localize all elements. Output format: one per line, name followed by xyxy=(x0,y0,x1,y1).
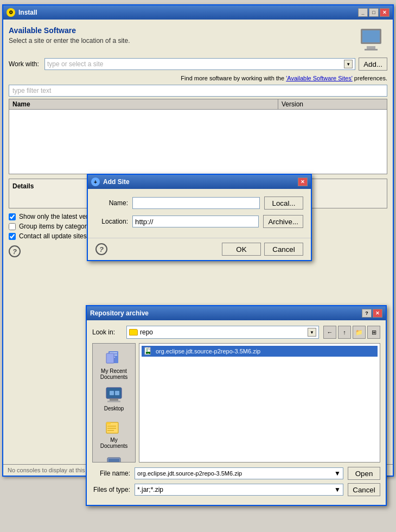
install-title-bar: ⚙ Install _ □ ✕ xyxy=(3,5,393,20)
svg-rect-15 xyxy=(107,430,114,431)
svg-rect-12 xyxy=(106,422,111,425)
look-in-value: repo xyxy=(140,328,153,336)
location-input[interactable] xyxy=(132,216,259,227)
close-button[interactable]: ✕ xyxy=(380,8,389,17)
svg-text:ZIP: ZIP xyxy=(146,353,149,355)
file-item-zip[interactable]: ZIP org.eclipse.jdt.source-p2repo-3.5M6.… xyxy=(142,346,378,357)
link-suffix: preferences. xyxy=(353,75,387,81)
work-with-label: Work with: xyxy=(9,60,41,68)
repo-help-button[interactable]: ? xyxy=(362,309,372,318)
files-type-arrow[interactable]: ▼ xyxy=(334,486,341,493)
toolbar-icons: ← ↑ 📁 ⊞ xyxy=(323,326,380,339)
col-version: Version xyxy=(278,99,387,109)
svg-rect-4 xyxy=(106,353,114,363)
add-site-icon: + xyxy=(91,178,100,186)
recent-docs-label: My Recent Documents xyxy=(97,368,131,380)
minimize-button[interactable]: _ xyxy=(358,8,368,17)
svg-rect-30 xyxy=(146,350,148,350)
add-site-close-button[interactable]: ✕ xyxy=(298,178,308,186)
filter-placeholder: type filter text xyxy=(12,87,51,94)
files-of-type-combo[interactable]: *.jar;*.zip ▼ xyxy=(135,484,343,496)
file-name-combo[interactable]: org.eclipse.jdt.source-p2repo-3.5M6.zip … xyxy=(135,467,343,479)
desktop-label: Desktop xyxy=(104,406,124,411)
file-name-value: org.eclipse.jdt.source-p2repo-3.5M6.zip xyxy=(137,470,242,477)
my-computer-icon xyxy=(105,455,123,463)
package-table xyxy=(9,109,387,174)
available-sites-link[interactable]: 'Available Software Sites' xyxy=(286,75,353,81)
console-text: No consoles to display at this ti... xyxy=(8,467,94,473)
checkbox-group-items[interactable] xyxy=(9,223,16,230)
my-documents-label: My Documents xyxy=(97,437,131,449)
svg-rect-29 xyxy=(146,349,148,349)
svg-rect-17 xyxy=(108,459,119,463)
table-header: Name Version xyxy=(9,99,387,109)
site-combo[interactable]: type or select a site ▼ xyxy=(44,58,355,70)
add-site-help-icon[interactable]: ? xyxy=(95,243,107,255)
back-button[interactable]: ← xyxy=(323,326,336,339)
add-button[interactable]: Add... xyxy=(359,58,387,71)
add-site-title: Add Site xyxy=(103,178,130,186)
section-subtitle: Select a site or enter the location of a… xyxy=(9,37,130,45)
svg-rect-10 xyxy=(115,391,119,395)
view-button[interactable]: ⊞ xyxy=(367,326,380,339)
add-site-dialog: + Add Site ✕ Name: Local... Location: Ar… xyxy=(87,174,312,261)
svg-rect-13 xyxy=(107,426,116,427)
install-window-title: Install xyxy=(18,9,37,16)
look-in-label: Look in: xyxy=(92,328,122,336)
file-name-selected: org.eclipse.jdt.source-p2repo-3.5M6.zip xyxy=(156,348,260,354)
zip-file-icon: ZIP xyxy=(144,347,152,356)
checkbox-contact-sites[interactable] xyxy=(9,233,16,240)
folder-icon xyxy=(129,329,138,335)
my-documents-icon xyxy=(105,418,123,435)
repo-title: Repository archive xyxy=(90,309,149,317)
repository-archive-dialog: Repository archive ? ✕ Look in: repo ▼ ←… xyxy=(86,305,387,506)
new-folder-button[interactable]: 📁 xyxy=(353,326,366,339)
title-bar-controls: _ □ ✕ xyxy=(358,8,389,17)
my-computer-item[interactable]: My Computer xyxy=(94,453,133,463)
location-label: Location: xyxy=(95,218,128,225)
repo-cancel-button[interactable]: Cancel xyxy=(348,483,380,496)
svg-rect-9 xyxy=(110,391,114,395)
open-button[interactable]: Open xyxy=(348,467,380,480)
svg-rect-14 xyxy=(107,428,116,429)
svg-rect-7 xyxy=(110,398,118,401)
file-name-combo-arrow[interactable]: ▼ xyxy=(334,470,341,477)
site-combo-placeholder: type or select a site xyxy=(47,60,103,68)
file-list[interactable]: ZIP org.eclipse.jdt.source-p2repo-3.5M6.… xyxy=(139,343,380,463)
look-in-arrow-icon[interactable]: ▼ xyxy=(308,328,316,337)
name-input[interactable] xyxy=(132,197,260,209)
local-button[interactable]: Local... xyxy=(264,197,303,210)
link-prefix: Find more software by working with the xyxy=(181,75,286,81)
recent-docs-icon xyxy=(105,349,123,366)
available-sites-link-text: Find more software by working with the '… xyxy=(9,75,387,81)
repo-close-button[interactable]: ✕ xyxy=(373,309,382,318)
files-of-type-value: *.jar;*.zip xyxy=(137,486,163,493)
desktop-item[interactable]: Desktop xyxy=(94,384,133,414)
checkbox-group-label: Group items by category xyxy=(19,223,90,230)
recent-docs-item[interactable]: My Recent Documents xyxy=(94,347,133,382)
side-panel: My Recent Documents Desktop xyxy=(92,343,136,463)
col-name: Name xyxy=(9,99,278,109)
header-icon-area xyxy=(355,26,387,53)
archive-button[interactable]: Archive... xyxy=(263,215,303,228)
checkbox-latest-versions[interactable] xyxy=(9,213,16,220)
install-window-icon: ⚙ xyxy=(7,8,15,17)
name-label: Name: xyxy=(95,199,128,207)
files-of-type-label: Files of type: xyxy=(92,486,130,493)
help-icon[interactable]: ? xyxy=(9,245,21,257)
ok-button[interactable]: OK xyxy=(222,243,261,256)
look-in-combo[interactable]: repo ▼ xyxy=(126,326,319,339)
maximize-button[interactable]: □ xyxy=(369,8,379,17)
svg-rect-31 xyxy=(146,351,148,351)
combo-arrow-icon[interactable]: ▼ xyxy=(344,60,353,68)
monitor-icon xyxy=(358,29,384,50)
my-documents-item[interactable]: My Documents xyxy=(94,416,133,451)
up-button[interactable]: ↑ xyxy=(338,326,351,339)
filter-input[interactable]: type filter text xyxy=(9,85,387,97)
file-name-label: File name: xyxy=(92,470,130,477)
section-title: Available Software xyxy=(9,26,130,35)
add-site-title-bar: + Add Site ✕ xyxy=(88,175,311,189)
repo-title-bar: Repository archive ? ✕ xyxy=(87,306,386,320)
cancel-button[interactable]: Cancel xyxy=(264,243,303,256)
desktop-icon xyxy=(105,387,123,404)
